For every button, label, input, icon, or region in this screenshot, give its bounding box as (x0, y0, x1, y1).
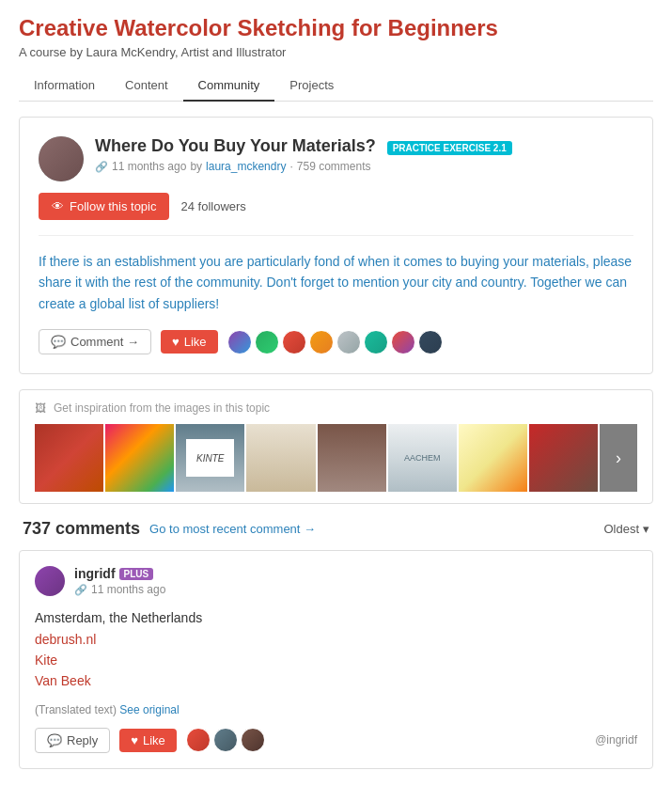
comment-line1: Amsterdam, the Netherlands (35, 610, 202, 625)
meta-author[interactable]: laura_mckendry (206, 160, 286, 173)
tab-community[interactable]: Community (183, 71, 275, 102)
tab-content[interactable]: Content (110, 71, 183, 102)
eye-icon: 👁 (52, 199, 64, 213)
heart-icon-comment: ♥ (131, 733, 138, 747)
comment-icon: 💬 (51, 335, 66, 349)
meta-separator: · (289, 160, 292, 173)
follow-button-label: Follow this topic (70, 199, 156, 213)
comment-actions: 💬 Reply ♥ Like @ingridf (35, 728, 637, 753)
plus-badge: PLUS (119, 568, 154, 580)
divider (39, 235, 633, 236)
chevron-down-icon: ▾ (643, 522, 649, 536)
gallery-next-button[interactable]: › (600, 424, 637, 492)
mini-avatar-2 (255, 330, 279, 354)
follow-topic-button[interactable]: 👁 Follow this topic (39, 193, 169, 220)
practice-badge: PRACTICE EXERCISE 2.1 (387, 141, 512, 155)
topic-description: If there is an establishment you are par… (39, 251, 633, 314)
gallery-item-1[interactable] (35, 424, 103, 492)
comment-link-3[interactable]: Van Beek (35, 670, 637, 691)
comment-link-2[interactable]: Kite (35, 650, 637, 670)
inspiration-header-text: Get inspiration from the images in this … (54, 401, 270, 415)
tab-projects[interactable]: Projects (274, 71, 349, 102)
heart-icon: ♥ (172, 335, 180, 349)
author-avatar (39, 136, 84, 181)
comment-like-button[interactable]: ♥ Like (119, 729, 177, 752)
image-icon: 🖼 (35, 401, 46, 415)
tab-information[interactable]: Information (19, 71, 110, 102)
topic-title: Where Do You Buy Your Materials? (95, 136, 376, 155)
like-button[interactable]: ♥ Like (161, 330, 218, 354)
topic-actions: 👁 Follow this topic 24 followers (39, 193, 633, 220)
meta-comments: 759 comments (297, 160, 371, 173)
link-icon-comment: 🔗 (74, 584, 87, 596)
comments-count: 737 comments (23, 519, 140, 539)
course-subtitle: A course by Laura McKendry, Artist and I… (19, 45, 653, 59)
translated-label: (Translated text) (35, 703, 117, 716)
comment-card: ingridf PLUS 🔗 11 months ago Amsterdam, … (19, 550, 653, 769)
comment-time: 🔗 11 months ago (74, 583, 165, 596)
inspiration-card: 🖼 Get inspiration from the images in thi… (19, 389, 653, 504)
link-icon: 🔗 (95, 161, 108, 173)
comment-mini-avatar-3 (241, 728, 265, 752)
comment-button-label: Comment → (70, 335, 139, 349)
reply-button[interactable]: 💬 Reply (35, 728, 110, 753)
see-original-link[interactable]: See original (119, 703, 179, 716)
mini-avatar-8 (418, 330, 443, 354)
comment-user-row: ingridf PLUS 🔗 11 months ago (35, 566, 637, 596)
nav-tabs: Information Content Community Projects (19, 71, 653, 102)
comment-body: Amsterdam, the Netherlands debrush.nl Ki… (35, 607, 637, 692)
mini-avatar-5 (336, 330, 361, 354)
at-user-tag: @ingridf (595, 733, 637, 747)
like-button-label: Like (184, 335, 207, 349)
chevron-right-icon: › (616, 448, 621, 468)
gallery-item-4[interactable] (246, 424, 315, 492)
reply-button-label: Reply (67, 733, 98, 747)
comment-link-1[interactable]: debrush.nl (35, 629, 637, 650)
sort-label: Oldest (603, 522, 639, 536)
mini-avatar-4 (309, 330, 334, 354)
meta-prefix: by (190, 160, 202, 173)
comment-button[interactable]: 💬 Comment → (39, 329, 151, 354)
gallery-item-5[interactable] (318, 424, 386, 492)
sort-dropdown[interactable]: Oldest ▾ (603, 522, 649, 536)
topic-card: Where Do You Buy Your Materials? PRACTIC… (19, 117, 653, 374)
course-title: Creative Watercolor Sketching for Beginn… (19, 15, 653, 41)
comment-mini-avatar-2 (213, 728, 238, 752)
go-to-recent-link[interactable]: Go to most recent comment → (149, 522, 316, 536)
commenter-avatar (35, 566, 65, 596)
comment-reaction-avatars (186, 728, 265, 752)
topic-header: Where Do You Buy Your Materials? PRACTIC… (39, 136, 633, 181)
gallery-item-8[interactable] (529, 424, 598, 492)
action-bar: 💬 Comment → ♥ Like (39, 329, 633, 354)
mini-avatar-1 (227, 330, 252, 354)
inspiration-header: 🖼 Get inspiration from the images in thi… (35, 401, 637, 415)
gallery-item-2[interactable] (105, 424, 174, 492)
commenter-username: ingridf (74, 566, 116, 581)
gallery-item-6[interactable]: AACHEM (388, 424, 457, 492)
commenter-info: ingridf PLUS 🔗 11 months ago (74, 566, 165, 596)
translated-text: (Translated text) See original (35, 703, 637, 716)
topic-title-area: Where Do You Buy Your Materials? PRACTIC… (95, 136, 512, 173)
mini-avatar-3 (282, 330, 306, 354)
mini-avatar-6 (364, 330, 388, 354)
comment-like-label: Like (143, 733, 165, 747)
meta-time: 11 months ago (112, 160, 186, 173)
comments-header: 737 comments Go to most recent comment →… (19, 519, 653, 539)
gallery-item-7[interactable] (459, 424, 527, 492)
reaction-avatars (227, 330, 443, 354)
reply-icon: 💬 (47, 733, 62, 747)
image-gallery: KINTE AACHEM › (35, 424, 637, 492)
comment-mini-avatar-1 (186, 728, 211, 752)
followers-count: 24 followers (180, 199, 245, 213)
mini-avatar-7 (391, 330, 415, 354)
topic-meta: 🔗 11 months ago by laura_mckendry · 759 … (95, 160, 512, 173)
gallery-item-3[interactable]: KINTE (176, 424, 244, 492)
comment-time-ago: 11 months ago (91, 583, 165, 596)
